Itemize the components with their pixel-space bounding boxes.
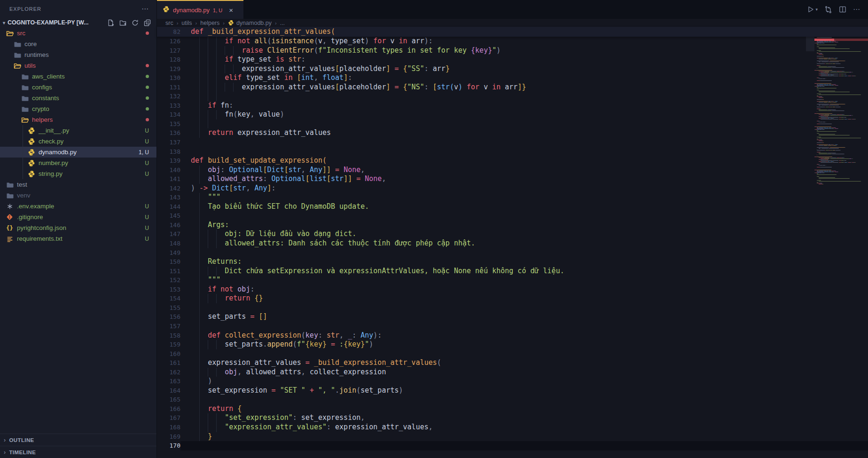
tree-item-requirements-txt[interactable]: requirements.txtU <box>0 233 156 244</box>
indent-guide <box>208 340 208 349</box>
tree-item-crypto[interactable]: crypto <box>0 103 156 114</box>
code-line-142[interactable]: 142) -> Dict[str, Any]: <box>157 184 868 193</box>
split-editor-icon[interactable] <box>839 6 846 13</box>
tab-bar: dynamodb.py 1, U × ▾ ⋯ <box>157 0 868 19</box>
editor-actions: ▾ ⋯ <box>807 0 868 19</box>
code-line-145[interactable]: 145 <box>157 211 868 221</box>
code-line-138[interactable]: 138 <box>157 147 868 157</box>
workspace-section-header[interactable]: ▾ COGNITO-EXAMPLE-PY [W... <box>0 17 156 28</box>
code-line-130[interactable]: 130 elif type_set in [int, float]: <box>157 73 868 83</box>
code-line-137[interactable]: 137 <box>157 138 868 147</box>
tree-item-test[interactable]: test <box>0 179 156 190</box>
timeline-section[interactable]: › TIMELINE <box>0 446 156 458</box>
explorer-more-actions-icon[interactable]: ⋯ <box>141 5 149 13</box>
code-line-132[interactable]: 132 <box>157 92 868 101</box>
code-line-166[interactable]: 166 return { <box>157 404 868 414</box>
code-line-140[interactable]: 140 obj: Optional[Dict[str, Any]] = None… <box>157 166 868 175</box>
code-line-157[interactable]: 157 <box>157 322 868 331</box>
new-folder-icon[interactable] <box>119 19 126 26</box>
code-line-161[interactable]: 161 expression_attr_values = _build_expr… <box>157 358 868 368</box>
chevron-down-icon[interactable]: ▾ <box>815 7 818 12</box>
refresh-icon[interactable] <box>132 19 139 26</box>
code-line-163[interactable]: 163 ) <box>157 377 868 386</box>
tree-item-utils[interactable]: utils <box>0 60 156 71</box>
tree-item-src[interactable]: src <box>0 28 156 39</box>
code-line-139[interactable]: 139def build_set_update_expression( <box>157 156 868 166</box>
breadcrumb-item-src[interactable]: src <box>165 20 173 26</box>
code-line-151[interactable]: 151 Dict chứa setExpression và expressio… <box>157 267 868 276</box>
indent-guide <box>199 340 200 349</box>
outline-section[interactable]: › OUTLINE <box>0 434 156 446</box>
line-number: 161 <box>157 358 180 368</box>
tree-item-label: configs <box>32 84 52 91</box>
tree-item--init-py[interactable]: __init__.pyU <box>0 125 156 136</box>
new-file-icon[interactable] <box>107 19 114 26</box>
tree-item-string-py[interactable]: string.pyU <box>0 168 156 179</box>
code-line-126[interactable]: 126 if not all(isinstance(v, type_set) f… <box>157 37 868 46</box>
run-button[interactable]: ▾ <box>807 6 818 13</box>
tab-dynamodb-py[interactable]: dynamodb.py 1, U × <box>157 0 243 19</box>
code-line-143[interactable]: 143 """ <box>157 193 868 202</box>
code-line-159[interactable]: 159 set_parts.append(f"{key} = :{key}") <box>157 340 868 349</box>
indent-guide <box>216 423 217 432</box>
code-line-136[interactable]: 136 return expression_attr_values <box>157 128 868 138</box>
code-line-164[interactable]: 164 set_expression = "SET " + ", ".join(… <box>157 386 868 395</box>
breadcrumb-item--[interactable]: ... <box>280 20 285 26</box>
code-line-149[interactable]: 149 <box>157 248 868 258</box>
code-area[interactable]: 82def _build_expression_attr_values( 126… <box>157 27 868 458</box>
code-line-154[interactable]: 154 return {} <box>157 294 868 303</box>
code-line-144[interactable]: 144 Tạo biểu thức SET cho DynamoDB updat… <box>157 202 868 212</box>
more-actions-icon[interactable]: ⋯ <box>853 5 860 14</box>
tree-item-label: core <box>24 40 37 47</box>
code-line-147[interactable]: 147 obj: Dữ liệu đầu vào dạng dict. <box>157 229 868 239</box>
line-number: 142 <box>157 184 180 193</box>
code-line-129[interactable]: 129 expression_attr_values[placeholder] … <box>157 64 868 74</box>
code-line-152[interactable]: 152 """ <box>157 276 868 285</box>
indent-guide <box>208 37 208 46</box>
code-line-131[interactable]: 131 expression_attr_values[placeholder] … <box>157 83 868 92</box>
code-line-165[interactable]: 165 <box>157 395 868 404</box>
code-line-170[interactable]: 170 <box>157 441 868 450</box>
tree-item--gitignore[interactable]: .gitignoreU <box>0 212 156 222</box>
tree-item-label: .gitignore <box>17 213 43 221</box>
code-line-141[interactable]: 141 allowed_attrs: Optional[list[str]] =… <box>157 174 868 184</box>
code-line-153[interactable]: 153 if not obj: <box>157 285 868 294</box>
tree-item-configs[interactable]: configs <box>0 82 156 93</box>
code-line-135[interactable]: 135 <box>157 119 868 129</box>
code-line-168[interactable]: 168 "expression_attr_values": expression… <box>157 423 868 432</box>
code-line-160[interactable]: 160 <box>157 349 868 359</box>
tree-item-aws-clients[interactable]: aws_clients <box>0 71 156 82</box>
code-line-134[interactable]: 134 fn(key, value) <box>157 110 868 119</box>
tree-item-runtimes[interactable]: runtimes <box>0 49 156 60</box>
python-icon <box>27 126 35 134</box>
tree-item--env-example[interactable]: .env.exampleU <box>0 201 156 212</box>
code-line-156[interactable]: 156 set_parts = [] <box>157 312 868 322</box>
code-line-162[interactable]: 162 obj, allowed_attrs, collect_expressi… <box>157 368 868 377</box>
close-icon[interactable]: × <box>229 6 233 14</box>
tree-item-venv[interactable]: venv <box>0 190 156 201</box>
code-line-146[interactable]: 146 Args: <box>157 221 868 230</box>
tree-item-helpers[interactable]: helpers <box>0 114 156 125</box>
collapse-all-icon[interactable] <box>144 19 151 26</box>
code-line-133[interactable]: 133 if fn: <box>157 101 868 111</box>
tree-item-check-py[interactable]: check.pyU <box>0 136 156 147</box>
tree-item-number-py[interactable]: number.pyU <box>0 158 156 168</box>
breadcrumb-item-utils[interactable]: utils <box>181 20 192 26</box>
tree-item-pyrightconfig-json[interactable]: {}pyrightconfig.jsonU <box>0 222 156 233</box>
code-line-150[interactable]: 150 Returns: <box>157 257 868 267</box>
code-line-158[interactable]: 158 def collect_expression(key: str, _: … <box>157 331 868 340</box>
open-changes-icon[interactable] <box>824 6 832 14</box>
tree-item-constants[interactable]: constants <box>0 93 156 103</box>
code-line-128[interactable]: 128 if type_set is str: <box>157 55 868 64</box>
code-line-155[interactable]: 155 <box>157 303 868 313</box>
tree-item-dynamodb-py[interactable]: dynamodb.py1, U <box>0 147 156 158</box>
code-line-127[interactable]: 127 raise ClientError(f"Inconsistent typ… <box>157 46 868 55</box>
code-line-169[interactable]: 169 } <box>157 432 868 442</box>
code-line-148[interactable]: 148 allowed_attrs: Danh sách các thuộc t… <box>157 239 868 248</box>
git-icon <box>6 213 14 221</box>
code-line-167[interactable]: 167 "set_expression": set_expression, <box>157 413 868 423</box>
sticky-code-line[interactable]: 82def _build_expression_attr_values( <box>157 27 868 37</box>
breadcrumb-item-helpers[interactable]: helpers <box>200 20 219 26</box>
tree-item-core[interactable]: core <box>0 39 156 49</box>
breadcrumb-item-dynamodb-py[interactable]: dynamodb.py <box>228 20 272 26</box>
